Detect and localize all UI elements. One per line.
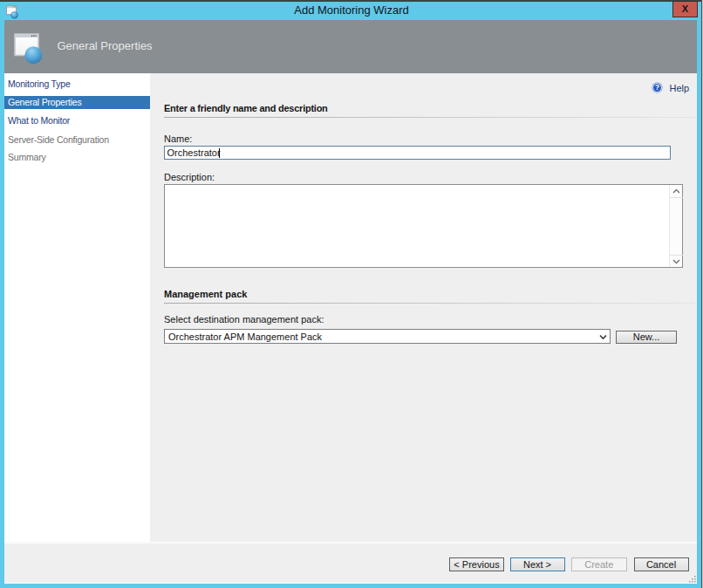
svg-text:?: ?	[655, 84, 659, 92]
